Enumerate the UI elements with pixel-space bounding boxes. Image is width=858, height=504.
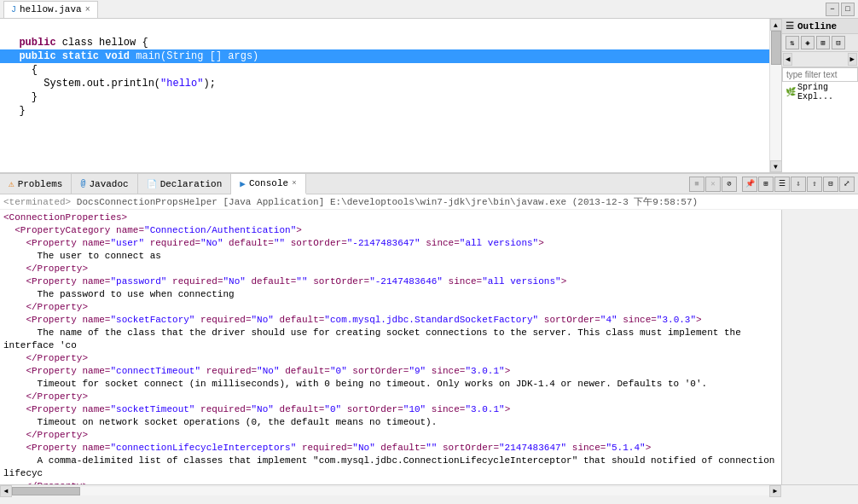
outline-tool-1[interactable]: ⇅: [786, 36, 799, 49]
console-line: The user to connect as: [3, 250, 778, 263]
console-line: <Property name="connectionLifecycleInter…: [3, 442, 778, 455]
code-line-highlighted: public static void main(String [] args): [0, 49, 769, 63]
outline-title: ☰: [786, 20, 794, 32]
outline-content: 🌿 Spring Expl...: [782, 82, 858, 172]
console-line: <Property name="user" required="No" defa…: [3, 237, 778, 250]
editor-scrollbar[interactable]: ▲ ▼: [769, 19, 781, 172]
console-line: A comma-delimited list of classes that i…: [3, 455, 778, 480]
editor-tab-hellow[interactable]: J hellow.java ×: [3, 1, 98, 18]
h-scroll-thumb[interactable]: [12, 487, 80, 495]
console-line: <PropertyCategory name="Connection/Authe…: [3, 224, 778, 237]
code-content: public class hellow { public static void…: [0, 19, 769, 172]
tab-declaration[interactable]: 📄 Declaration: [138, 174, 232, 194]
bottom-panel: ⚠ Problems @ Javadoc 📄 Declaration ▶ Con…: [0, 172, 858, 496]
console-line: </Property>: [3, 352, 778, 365]
code-editor[interactable]: public class hellow { public static void…: [0, 19, 781, 172]
console-line: </Property>: [3, 429, 778, 442]
console-right-panel: [781, 210, 858, 484]
code-line: [0, 22, 769, 36]
file-icon: J: [11, 5, 16, 14]
tab-console[interactable]: ▶ Console ×: [231, 174, 305, 194]
code-line: System.out.println("hello");: [0, 77, 769, 90]
tab-close-icon[interactable]: ×: [85, 5, 90, 14]
console-line: <Property name="password" required="No" …: [3, 275, 778, 288]
console-expand-button[interactable]: ⤢: [839, 177, 855, 192]
code-line: {: [0, 63, 769, 77]
outline-tool-3[interactable]: ⊞: [816, 36, 830, 49]
console-header-text: DocsConnectionPropsHelper [Java Applicat…: [77, 197, 698, 207]
console-clear-button[interactable]: ⊘: [722, 177, 737, 192]
console-output: <ConnectionProperties> <PropertyCategory…: [0, 210, 781, 484]
console-line: </Property>: [3, 263, 778, 275]
outline-scroll-right[interactable]: ▶: [848, 53, 857, 66]
console-line: </Property>: [3, 391, 778, 403]
console-label: Console: [249, 178, 288, 188]
outline-tool-4[interactable]: ⊟: [832, 36, 845, 49]
outline-scroll-row: ◀ ▶: [782, 52, 858, 67]
code-line: public class hellow {: [0, 36, 769, 49]
outline-panel: ☰ Outline ⇅ ◈ ⊞ ⊟ ◀ ▶ 🌿 Spring Expl...: [781, 19, 858, 172]
console-line: Timeout on network socket operations (0,…: [3, 416, 778, 429]
outline-toolbar: ⇅ ◈ ⊞ ⊟: [782, 34, 858, 52]
console-line: <ConnectionProperties>: [3, 211, 778, 224]
outline-title-label: Outline: [797, 21, 837, 32]
tab-label: hellow.java: [20, 4, 82, 14]
scroll-right-arrow[interactable]: ▶: [769, 485, 781, 497]
console-line: </Property>: [3, 301, 778, 314]
console-line: Timeout for socket connect (in milliseco…: [3, 378, 778, 391]
outline-header: ☰ Outline: [782, 19, 858, 34]
spring-icon: 🌿: [786, 87, 796, 97]
editor-area: public class hellow { public static void…: [0, 19, 858, 172]
console-scroll-lock[interactable]: ⇩: [791, 177, 806, 192]
maximize-button[interactable]: □: [841, 3, 855, 16]
console-stop-button[interactable]: ■: [689, 177, 704, 192]
code-line: }: [0, 90, 769, 104]
scroll-down-arrow[interactable]: ▼: [770, 160, 782, 172]
outline-filter-input[interactable]: [782, 67, 858, 82]
console-icon: ▶: [240, 178, 246, 189]
editor-tab-bar: J hellow.java × − □: [0, 0, 858, 19]
javadoc-label: Javadoc: [89, 179, 128, 189]
bottom-panel-body: <ConnectionProperties> <PropertyCategory…: [0, 210, 858, 484]
spring-item-label: Spring Expl...: [797, 83, 855, 101]
problems-label: Problems: [18, 179, 63, 189]
javadoc-icon: @: [80, 179, 85, 188]
scroll-left-arrow[interactable]: ◀: [0, 485, 12, 497]
outline-scroll-label: [792, 53, 847, 66]
console-line: </Property>: [3, 480, 778, 484]
console-terminate-button[interactable]: ✕: [705, 177, 721, 192]
minimize-button[interactable]: −: [826, 3, 839, 16]
console-view-button[interactable]: ⊞: [758, 177, 774, 192]
console-line: <Property name="socketFactory" required=…: [3, 314, 778, 327]
problems-icon: ⚠: [9, 178, 14, 189]
declaration-label: Declaration: [160, 179, 223, 189]
code-scroll-area: public class hellow { public static void…: [0, 19, 769, 172]
bottom-tab-bar: ⚠ Problems @ Javadoc 📄 Declaration ▶ Con…: [0, 174, 858, 194]
terminated-label: <terminated>: [3, 197, 71, 207]
code-line: }: [0, 104, 769, 118]
outline-tool-2[interactable]: ◈: [801, 36, 815, 49]
outline-spring-item[interactable]: 🌿 Spring Expl...: [782, 82, 858, 102]
console-line: <Property name="connectTimeout" required…: [3, 365, 778, 378]
console-terminated-header: <terminated> DocsConnectionPropsHelper […: [0, 194, 858, 210]
tab-javadoc[interactable]: @ Javadoc: [72, 174, 137, 194]
console-line: The name of the class that the driver sh…: [3, 327, 778, 352]
console-close-icon[interactable]: ×: [292, 179, 296, 188]
console-toolbar-buttons: ■ ✕ ⊘ 📌 ⊞ ☰ ⇩ ⇧ ⊟ ⤢: [689, 177, 858, 192]
window-controls: − □: [826, 3, 855, 16]
outline-scroll-left[interactable]: ◀: [783, 53, 792, 66]
scroll-up-arrow[interactable]: ▲: [770, 19, 782, 31]
console-scroll-end[interactable]: ⇧: [807, 177, 822, 192]
console-pin-button[interactable]: 📌: [742, 177, 757, 192]
console-new-button[interactable]: ⊟: [823, 177, 838, 192]
declaration-icon: 📄: [147, 179, 157, 189]
scroll-track: [770, 31, 782, 160]
h-scroll-track: [12, 487, 769, 495]
horizontal-scrollbar[interactable]: ◀ ▶: [0, 484, 858, 496]
console-line: The password to use when connecting: [3, 288, 778, 301]
tab-problems[interactable]: ⚠ Problems: [0, 174, 72, 194]
console-line: <Property name="socketTimeout" required=…: [3, 403, 778, 416]
console-arrange-button[interactable]: ☰: [774, 177, 790, 192]
scroll-thumb[interactable]: [771, 31, 781, 65]
